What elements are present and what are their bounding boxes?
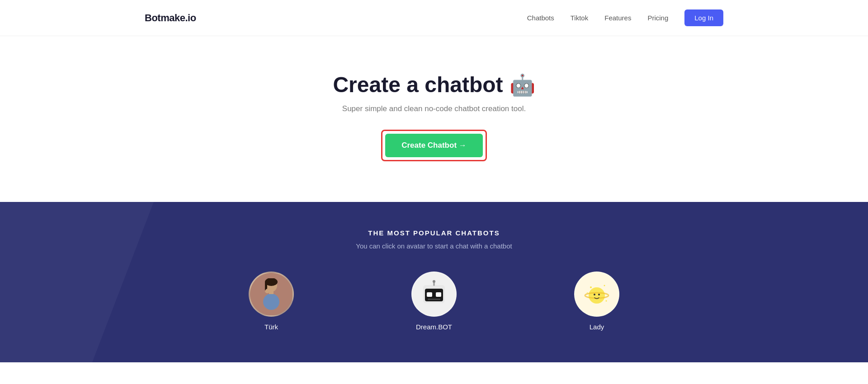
avatar-turk-inner	[250, 273, 292, 315]
chatbot-name-turk: Türk	[264, 323, 278, 331]
svg-rect-9	[436, 292, 441, 297]
svg-point-12	[433, 280, 435, 283]
avatar-lady[interactable]	[574, 272, 619, 317]
popular-subtext: You can click on avatar to start a chat …	[0, 242, 868, 250]
avatar-dreambot-inner	[413, 273, 455, 315]
chatbot-item-turk[interactable]: Türk	[249, 272, 294, 331]
svg-rect-8	[427, 292, 432, 297]
avatar-dreambot[interactable]	[411, 272, 457, 317]
header: Botmake.io Chatbots Tiktok Features Pric…	[0, 0, 868, 36]
svg-point-16	[604, 285, 605, 286]
avatar-lady-inner	[576, 273, 618, 315]
chatbot-name-lady: Lady	[590, 323, 604, 331]
svg-point-13	[589, 287, 605, 304]
create-chatbot-button[interactable]: Create Chatbot →	[385, 134, 483, 157]
cta-wrapper: Create Chatbot →	[381, 130, 487, 161]
hero-subtitle: Super simple and clean no-code chatbot c…	[342, 104, 526, 113]
hero-title-text: Create a chatbot	[333, 72, 503, 97]
dreambot-avatar-svg	[420, 280, 448, 309]
nav-pricing[interactable]: Pricing	[647, 14, 668, 22]
hero-title: Create a chatbot 🤖	[333, 72, 535, 97]
svg-point-17	[587, 292, 588, 293]
chatbots-row: Türk	[0, 272, 868, 331]
svg-point-19	[594, 294, 595, 295]
chatbot-item-lady[interactable]: Lady	[574, 272, 619, 331]
chatbot-item-dreambot[interactable]: Dream.BOT	[411, 272, 457, 331]
lady-avatar-svg	[582, 279, 612, 309]
turk-avatar-svg	[258, 278, 285, 310]
popular-heading: THE MOST POPULAR CHATBOTS	[0, 229, 868, 237]
login-button[interactable]: Log In	[684, 9, 723, 26]
nav-chatbots[interactable]: Chatbots	[527, 14, 554, 22]
svg-point-3	[263, 294, 279, 310]
hero-section: Create a chatbot 🤖 Super simple and clea…	[0, 36, 868, 202]
nav-tiktok[interactable]: Tiktok	[571, 14, 588, 22]
svg-point-18	[606, 300, 607, 302]
svg-point-15	[590, 286, 592, 288]
svg-rect-10	[428, 299, 440, 300]
robot-emoji: 🤖	[509, 73, 535, 97]
popular-section: THE MOST POPULAR CHATBOTS You can click …	[0, 202, 868, 362]
nav: Chatbots Tiktok Features Pricing Log In	[527, 9, 723, 26]
avatar-turk[interactable]	[249, 272, 294, 317]
nav-features[interactable]: Features	[604, 14, 631, 22]
svg-point-20	[598, 294, 600, 295]
logo[interactable]: Botmake.io	[145, 12, 196, 24]
chatbot-name-dreambot: Dream.BOT	[416, 323, 452, 331]
